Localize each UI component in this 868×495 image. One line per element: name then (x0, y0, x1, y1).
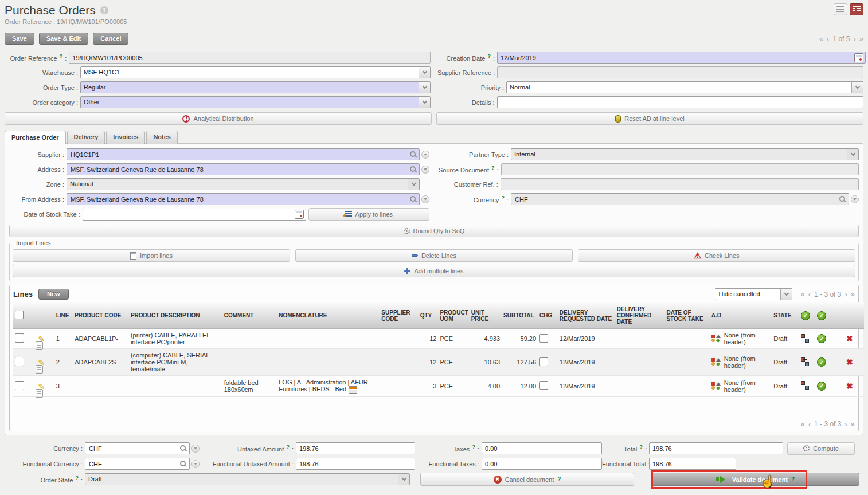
search-icon[interactable] (179, 460, 187, 467)
supplier-field[interactable]: HQ1C1P1 (67, 148, 420, 160)
pager-next-icon[interactable]: › (844, 290, 847, 298)
currency-total-field[interactable]: CHF (85, 442, 190, 454)
cell-qty: 12 (419, 349, 439, 376)
open-document-icon[interactable] (36, 365, 43, 374)
dropdown-icon[interactable] (191, 445, 200, 453)
pager-prev-icon[interactable]: ‹ (808, 290, 811, 298)
row-checkbox[interactable] (15, 357, 24, 366)
delete-line-icon[interactable] (846, 358, 853, 367)
open-document-icon[interactable] (36, 341, 43, 350)
chg-checkbox[interactable] (539, 334, 548, 343)
pager-next-icon[interactable]: › (853, 34, 855, 43)
pager-prev-icon[interactable]: ‹ (808, 420, 811, 429)
confirm-line-icon[interactable] (817, 382, 826, 391)
functional-untaxed-field[interactable] (296, 458, 415, 470)
row-checkbox[interactable] (15, 381, 24, 390)
import-lines-button[interactable]: Import lines (13, 249, 290, 262)
pager-prev-icon[interactable]: ‹ (827, 34, 829, 43)
form-view-icon[interactable] (850, 3, 863, 15)
new-line-button[interactable]: New (38, 289, 69, 300)
chevron-down-icon (419, 97, 430, 108)
check-lines-button[interactable]: ⚠Check Lines (578, 249, 855, 262)
search-icon[interactable] (179, 445, 187, 452)
split-line-icon[interactable] (801, 381, 810, 390)
calendar-icon[interactable] (854, 53, 863, 62)
list-view-icon[interactable] (834, 3, 847, 15)
validate-document-button[interactable]: Validate document? (651, 473, 859, 486)
pager-first-icon[interactable]: « (819, 34, 823, 43)
open-document-icon[interactable] (36, 389, 43, 398)
supplier-reference-field[interactable] (497, 66, 863, 78)
functional-taxes-field[interactable] (482, 458, 602, 470)
analytic-distribution-icon[interactable] (711, 382, 720, 390)
save-button[interactable]: Save (5, 33, 34, 45)
zone-select[interactable]: National (67, 178, 420, 190)
dropdown-icon[interactable] (421, 151, 429, 159)
address-field[interactable]: MSF, Switzerland Geneva Rue de Lausanne … (67, 163, 420, 175)
hide-cancelled-select[interactable]: Hide cancelled (715, 288, 792, 300)
chg-checkbox[interactable] (539, 358, 548, 366)
delete-lines-button[interactable]: Delete Lines (295, 249, 573, 262)
split-line-icon[interactable] (801, 334, 810, 343)
warehouse-select[interactable]: MSF HQ1C1 (80, 66, 431, 78)
select-all-checkbox[interactable] (15, 311, 24, 319)
pager-first-icon[interactable]: « (800, 420, 804, 429)
partner-type-select[interactable]: Internal (511, 148, 859, 160)
tab-purchase-order[interactable]: Purchase Order (5, 131, 66, 144)
creation-date-field[interactable] (497, 52, 866, 64)
add-multiple-lines-button[interactable]: Add multiple lines (13, 265, 855, 277)
chg-checkbox[interactable] (539, 381, 548, 390)
reset-ad-button[interactable]: Reset AD at line level (436, 112, 863, 125)
nomenclature-table-icon[interactable] (349, 386, 357, 394)
cell-delivery-confirmed (615, 376, 665, 397)
confirm-line-icon[interactable] (817, 358, 826, 367)
search-icon[interactable] (839, 195, 846, 203)
cancel-button[interactable]: Cancel (93, 33, 128, 45)
date-of-stock-take-field[interactable] (83, 209, 306, 221)
dropdown-icon[interactable] (421, 166, 429, 174)
dropdown-icon[interactable] (851, 195, 859, 203)
pager-last-icon[interactable]: » (851, 420, 855, 429)
order-reference-field[interactable] (69, 52, 431, 64)
details-field[interactable] (497, 96, 863, 108)
order-type-select[interactable]: Regular (80, 81, 431, 93)
apply-to-lines-button[interactable]: Apply to lines (308, 208, 429, 221)
pager-first-icon[interactable]: « (800, 290, 804, 298)
order-state-select[interactable]: Draft (85, 473, 410, 485)
save-edit-button[interactable]: Save & Edit (39, 33, 89, 45)
analytic-distribution-icon[interactable] (711, 358, 720, 366)
functional-total-field[interactable] (649, 458, 736, 470)
cancel-document-button[interactable]: Cancel document? (420, 473, 634, 486)
taxes-field[interactable] (482, 442, 602, 454)
functional-currency-field[interactable]: CHF (85, 458, 190, 470)
analytic-distribution-icon[interactable] (711, 335, 720, 343)
dropdown-icon[interactable] (421, 195, 429, 203)
search-icon[interactable] (409, 166, 417, 173)
total-field[interactable] (649, 442, 783, 454)
calendar-icon[interactable] (295, 210, 304, 219)
order-category-select[interactable]: Other (80, 96, 431, 108)
compute-button[interactable]: Compute (787, 442, 855, 455)
pager-last-icon[interactable]: » (851, 290, 855, 298)
delete-line-icon[interactable] (846, 382, 853, 391)
split-line-icon[interactable] (801, 358, 810, 366)
untaxed-amount-field[interactable] (296, 442, 415, 454)
pager-next-icon[interactable]: › (844, 420, 847, 429)
customer-ref-field[interactable] (501, 178, 859, 190)
row-checkbox[interactable] (15, 333, 24, 343)
currency-field[interactable]: CHF (511, 193, 849, 205)
priority-select[interactable]: Normal (506, 81, 863, 93)
search-icon[interactable] (409, 195, 417, 203)
pager-last-icon[interactable]: » (859, 34, 863, 43)
delete-line-icon[interactable] (846, 334, 853, 343)
tab-invoices[interactable]: Invoices (106, 131, 145, 144)
round-qty-button[interactable]: Round Qty to SoQ (9, 225, 859, 237)
tab-notes[interactable]: Notes (146, 131, 178, 144)
tab-delivery[interactable]: Delivery (67, 131, 105, 144)
search-icon[interactable] (409, 151, 417, 158)
analytical-distribution-button[interactable]: Analytical Distribution (5, 112, 432, 125)
dropdown-icon[interactable] (191, 460, 200, 468)
source-document-field[interactable] (501, 163, 859, 175)
confirm-line-icon[interactable] (817, 334, 826, 343)
from-address-field[interactable]: MSF, Switzerland Geneva Rue de Lausanne … (67, 193, 420, 205)
